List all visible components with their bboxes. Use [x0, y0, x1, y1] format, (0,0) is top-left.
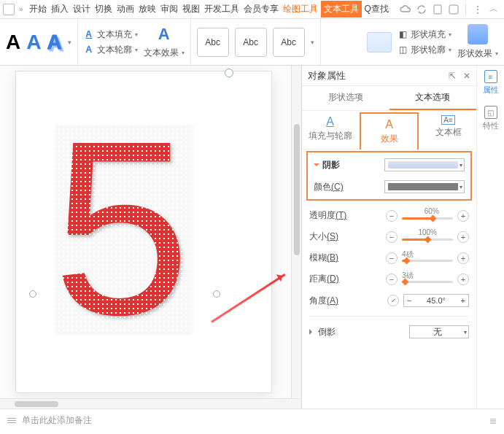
size-slider[interactable]: 100% [402, 232, 453, 242]
subtab-effects[interactable]: A效果 [360, 112, 419, 150]
shape-style-3[interactable]: Abc [273, 28, 305, 57]
distance-slider[interactable]: 3磅 [402, 274, 453, 284]
menu-review[interactable]: 审阅 [159, 1, 179, 17]
shape-style-1[interactable]: Abc [197, 28, 229, 57]
text-fill-button[interactable]: A文本填充▾ [84, 28, 138, 41]
tab-text-options[interactable]: 文本选项 [389, 86, 477, 110]
shadow-color-combo[interactable]: ▾ [384, 180, 465, 193]
menu-animation[interactable]: 动画 [115, 1, 136, 17]
angle-spinner[interactable]: −45.0°+ [403, 294, 469, 307]
wordart-preset-2[interactable]: A [26, 31, 41, 54]
side-rail: ≡属性 ◱特性 [476, 66, 504, 408]
size-minus[interactable]: − [386, 231, 398, 243]
blur-plus[interactable]: + [457, 252, 469, 264]
cloud-icon[interactable] [398, 2, 413, 17]
tab-overflow-left[interactable]: » [16, 5, 26, 13]
work-area: 5 对象属性 ⇱ ✕ 形状选项 文本选项 A填充与轮廓 A效果 [0, 66, 504, 408]
close-icon[interactable]: ✕ [463, 71, 470, 81]
vertical-scrollbar[interactable] [291, 66, 301, 398]
reflection-combo[interactable]: 无▾ [409, 325, 469, 338]
menu-bar: » 开始 插入 设计 切换 动画 放映 审阅 视图 开发工具 会员专享 绘图工具… [0, 0, 504, 19]
shape-effect-icon [468, 24, 488, 44]
menu-member[interactable]: 会员专享 [242, 1, 280, 17]
reflection-header[interactable]: 倒影 [309, 326, 336, 338]
wordart-preset-3[interactable]: A [47, 31, 61, 54]
notes-menu-icon[interactable]: ≣ [489, 416, 497, 426]
angle-label: 角度(A) [309, 295, 338, 307]
menu-transition[interactable]: 切换 [93, 1, 114, 17]
menu-insert[interactable]: 插入 [50, 1, 70, 17]
more-icon[interactable]: ⋮ [470, 2, 485, 17]
shadow-preset-combo[interactable]: ▾ [384, 158, 465, 171]
shape-styles-group: Abc Abc Abc ▾ [191, 19, 321, 65]
shadow-section-header[interactable]: 阴影 [314, 159, 340, 171]
pin-icon[interactable]: ⇱ [449, 71, 456, 81]
angle-row: 角度(A) −45.0°+ [309, 294, 469, 307]
notes-placeholder: 单击此处添加备注 [22, 414, 92, 427]
wordart-preset-1[interactable]: A [6, 31, 20, 54]
wordart-object[interactable]: 5 [53, 123, 190, 333]
horizontal-scrollbar[interactable] [0, 398, 301, 408]
rail-features[interactable]: ◱特性 [483, 106, 499, 131]
shape-outline-button[interactable]: ◫形状轮廓▾ [398, 44, 451, 56]
notes-icon [7, 418, 16, 423]
subtab-fill-outline[interactable]: A填充与轮廓 [302, 111, 358, 149]
svg-rect-0 [434, 5, 441, 14]
collapse-ribbon-icon[interactable]: ︿ [486, 2, 501, 17]
distance-plus[interactable]: + [457, 274, 469, 285]
shape-format-group: ◧形状填充▾ ◫形状轮廓▾ 形状效果▾ [361, 19, 504, 65]
rotate-handle[interactable] [225, 69, 233, 77]
notes-bar[interactable]: 单击此处添加备注 ≣ [0, 408, 504, 432]
tab-shape-options[interactable]: 形状选项 [302, 86, 389, 110]
shape-style-more[interactable]: ▾ [311, 39, 314, 46]
shape-effect-button[interactable]: 形状效果▾ [457, 47, 498, 60]
sync-icon[interactable] [414, 2, 429, 17]
blur-row: 模糊(B) − 4磅 + [309, 252, 469, 264]
transparency-minus[interactable]: − [386, 210, 398, 222]
size-plus[interactable]: + [457, 231, 469, 243]
slide-canvas[interactable]: 5 [0, 66, 301, 408]
menu-start[interactable]: 开始 [28, 1, 48, 17]
distance-minus[interactable]: − [386, 274, 398, 285]
properties-panel: 对象属性 ⇱ ✕ 形状选项 文本选项 A填充与轮廓 A效果 A≡文本框 阴影 [301, 66, 504, 408]
text-effect-icon: A [158, 25, 170, 44]
distance-label: 距离(D) [309, 273, 339, 285]
distance-row: 距离(D) − 3磅 + [309, 273, 469, 285]
shape-style-2[interactable]: Abc [235, 28, 267, 57]
text-fill-icon: A [84, 29, 94, 39]
menu-slideshow[interactable]: 放映 [137, 1, 158, 17]
transparency-plus[interactable]: + [457, 210, 469, 222]
shape-fill-button[interactable]: ◧形状填充▾ [398, 28, 451, 41]
panel-title-bar: 对象属性 ⇱ ✕ [302, 66, 476, 86]
text-format-group: A文本填充▾ A文本轮廓▾ A 文本效果▾ [78, 19, 191, 65]
resize-handle-left[interactable] [29, 290, 36, 298]
page-icon[interactable] [430, 2, 445, 17]
sliders-icon: ≡ [484, 70, 497, 83]
wordart-more[interactable]: ▾ [68, 39, 71, 46]
menu-devtools[interactable]: 开发工具 [203, 1, 241, 17]
panel-title: 对象属性 [308, 69, 346, 82]
subtab-textbox[interactable]: A≡文本框 [420, 111, 476, 149]
slide[interactable]: 5 [16, 71, 271, 392]
blur-minus[interactable]: − [386, 252, 398, 264]
svg-rect-1 [449, 5, 458, 14]
text-outline-button[interactable]: A文本轮廓▾ [84, 44, 138, 56]
resize-handle-right[interactable] [213, 290, 220, 298]
search-button[interactable]: Q查找 [363, 1, 390, 17]
shape-fill-swatch [367, 32, 392, 53]
properties-body: 阴影 ▾ 颜色(C) ▾ 透明度(T) − 60% [302, 150, 476, 346]
transparency-slider[interactable]: 60% [402, 211, 453, 221]
menu-drawing-tools[interactable]: 绘图工具 [282, 1, 319, 17]
pen-icon: ◫ [398, 44, 408, 55]
menu-design[interactable]: 设计 [71, 1, 92, 17]
shadow-highlight-box: 阴影 ▾ 颜色(C) ▾ [306, 151, 472, 201]
wordart-styles: A A A ▾ [0, 19, 78, 65]
home-icon[interactable] [3, 4, 15, 15]
blur-slider[interactable]: 4磅 [402, 253, 453, 263]
share-icon[interactable] [446, 2, 461, 17]
text-effect-button[interactable]: 文本效果▾ [144, 47, 185, 59]
menu-view[interactable]: 视图 [181, 1, 201, 17]
angle-dial[interactable] [387, 295, 399, 306]
rail-properties[interactable]: ≡属性 [483, 70, 499, 96]
menu-text-tools[interactable]: 文本工具 [321, 1, 362, 18]
